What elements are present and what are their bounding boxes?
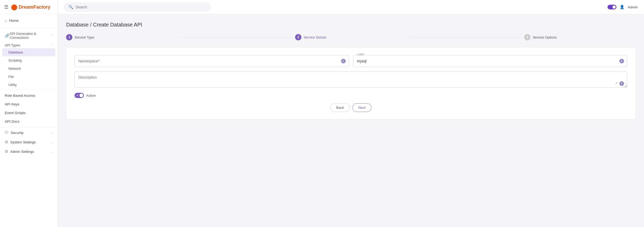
divider-3 <box>0 127 57 127</box>
expand-icon[interactable]: ↗ <box>615 81 618 86</box>
step-1-label: Service Type <box>74 35 94 39</box>
step-1-number: 1 <box>68 35 70 39</box>
step-2-circle: 2 <box>295 34 301 40</box>
content-area: Database / Create Database API 1 Service… <box>58 14 644 227</box>
hamburger-icon[interactable]: ☰ <box>4 4 8 10</box>
step-service-options: 3 Service Options <box>524 34 636 40</box>
sidebar-item-home-label: Home <box>9 19 19 23</box>
namespace-info-icon[interactable]: i <box>341 59 346 63</box>
api-generation-group[interactable]: 🔗 API Generation & Connections ⌃ <box>0 29 57 41</box>
shield-icon: 🛡 <box>5 131 9 135</box>
sidebar: ☰ ⬤ DreamFactory ⌂ Home 🔗 API Generation… <box>0 0 58 227</box>
divider-2 <box>0 90 57 90</box>
logo-text: DreamFactory <box>19 4 50 10</box>
system-settings-icon: ⚙ <box>5 140 8 144</box>
description-input[interactable] <box>74 71 627 88</box>
sidebar-item-scripting[interactable]: Scripting <box>0 56 57 64</box>
form-card: i Label i ↗ i ✓ Active <box>66 48 636 119</box>
api-generation-chevron: ⌃ <box>50 34 53 37</box>
label-field-label: Label <box>356 53 365 56</box>
sidebar-item-scripting-label: Scripting <box>8 58 22 62</box>
step-2-label: Service Details <box>304 35 326 39</box>
main-area: 🔍 👤 Admin Database / Create Database API… <box>58 0 644 227</box>
security-chevron: ⌄ <box>50 131 53 134</box>
page-title: Database / Create Database API <box>66 22 636 28</box>
security-label: Security <box>11 131 24 135</box>
api-types-label: API Types <box>5 43 20 47</box>
search-wrapper[interactable]: 🔍 <box>64 3 211 12</box>
api-docs-label: API Docs <box>5 120 19 123</box>
sidebar-item-event-scripts[interactable]: Event Scripts <box>0 109 57 117</box>
namespace-group: i <box>74 55 349 67</box>
step-3-circle: 3 <box>524 34 530 40</box>
label-info-icon[interactable]: i <box>619 59 624 63</box>
step-3-number: 3 <box>526 35 528 39</box>
active-row: ✓ Active <box>74 93 627 98</box>
topbar: 🔍 👤 Admin <box>58 0 644 14</box>
step-3-label: Service Options <box>533 35 557 39</box>
sidebar-item-admin-settings[interactable]: ⚙ Admin Settings ⌄ <box>0 147 57 156</box>
active-toggle[interactable]: ✓ <box>74 93 84 98</box>
sidebar-item-database-label: Database <box>8 50 23 54</box>
sidebar-item-role-based-access[interactable]: Role Based Access <box>0 91 57 100</box>
description-info-icon[interactable]: i <box>619 81 624 86</box>
wizard-steps: 1 Service Type 2 Service Details 3 Servi… <box>66 34 636 40</box>
sidebar-item-file[interactable]: File <box>0 73 57 81</box>
sidebar-item-security[interactable]: 🛡 Security ⌄ <box>0 128 57 137</box>
namespace-input[interactable] <box>74 55 349 67</box>
step-line-1 <box>181 37 292 37</box>
search-icon: 🔍 <box>68 5 73 9</box>
api-types-group[interactable]: API Types ⌃ <box>0 41 57 48</box>
back-button[interactable]: Back <box>330 103 350 112</box>
admin-settings-icon: ⚙ <box>5 149 8 154</box>
topbar-right: 👤 Admin <box>608 5 638 9</box>
event-scripts-label: Event Scripts <box>5 111 26 115</box>
api-keys-label: API Keys <box>5 102 19 106</box>
admin-settings-chevron: ⌄ <box>50 150 53 153</box>
form-actions: Back Next <box>74 103 627 112</box>
sidebar-item-api-keys[interactable]: API Keys <box>0 100 57 109</box>
label-input[interactable] <box>353 55 627 67</box>
api-types-chevron: ⌃ <box>50 44 53 47</box>
role-based-access-label: Role Based Access <box>5 94 35 98</box>
nav-home-section: ⌂ Home <box>0 14 57 27</box>
next-button[interactable]: Next <box>352 103 372 112</box>
sidebar-item-home[interactable]: ⌂ Home <box>0 16 57 25</box>
label-group: Label i <box>353 55 627 67</box>
active-label: Active <box>86 94 96 98</box>
home-icon: ⌂ <box>5 18 7 23</box>
system-settings-chevron: ⌄ <box>50 140 53 144</box>
api-gen-icon: 🔗 <box>5 33 10 38</box>
step-service-details: 2 Service Details <box>295 34 407 40</box>
step-2-number: 2 <box>297 35 299 39</box>
logo: ⬤ DreamFactory <box>11 4 50 10</box>
logo-dot: ⬤ <box>11 4 18 10</box>
step-service-type: 1 Service Type <box>66 34 178 40</box>
theme-toggle[interactable] <box>608 5 616 9</box>
admin-settings-label: Admin Settings <box>10 150 34 154</box>
step-line-2 <box>410 37 521 37</box>
sidebar-item-api-docs[interactable]: API Docs <box>0 117 57 126</box>
sidebar-header: ☰ ⬤ DreamFactory <box>0 0 57 14</box>
sidebar-item-file-label: File <box>8 75 14 79</box>
form-row-1: i Label i <box>74 55 627 67</box>
divider-1 <box>0 28 57 28</box>
sidebar-item-network[interactable]: Network <box>0 64 57 73</box>
system-settings-label: System Settings <box>10 140 36 144</box>
sidebar-item-system-settings[interactable]: ⚙ System Settings ⌄ <box>0 137 57 147</box>
user-icon: 👤 <box>620 5 625 9</box>
sidebar-item-utility-label: Utility <box>8 83 17 87</box>
sidebar-item-network-label: Network <box>8 67 21 71</box>
search-input[interactable] <box>76 5 206 9</box>
sidebar-item-database[interactable]: Database <box>2 48 55 56</box>
description-icons: ↗ i <box>615 81 624 86</box>
api-generation-label: API Generation & Connections <box>10 32 50 40</box>
description-group: ↗ i <box>74 71 627 89</box>
admin-label: Admin <box>628 5 638 9</box>
check-icon: ✓ <box>76 94 79 97</box>
sidebar-item-utility[interactable]: Utility <box>0 81 57 89</box>
step-1-circle: 1 <box>66 34 72 40</box>
